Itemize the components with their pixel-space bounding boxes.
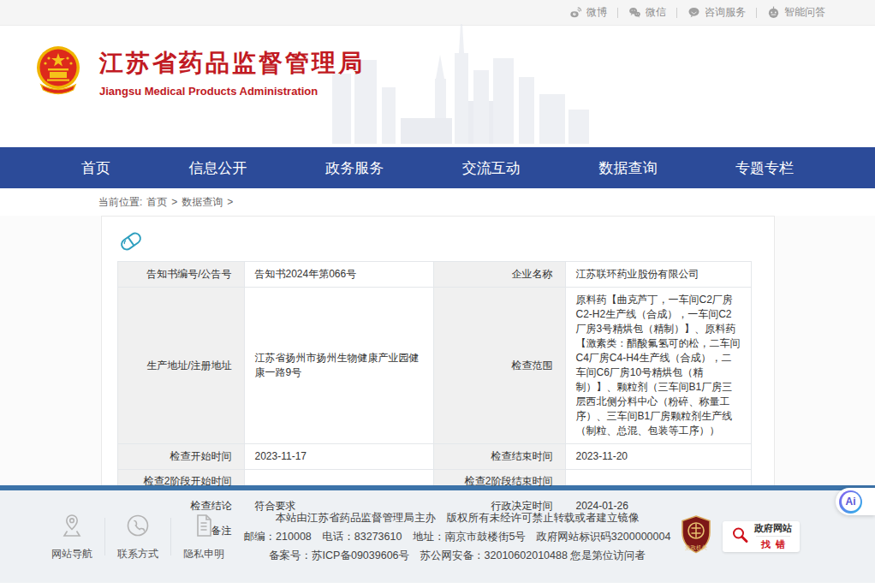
footer-link-sitemap[interactable]: 网站导航 xyxy=(39,513,104,561)
national-emblem-logo xyxy=(34,45,82,99)
topbar-item-label: 智能问答 xyxy=(784,5,825,20)
nav-item-interaction[interactable]: 交流互动 xyxy=(462,158,521,178)
footer: 网站导航 联系方式 xyxy=(0,490,875,583)
topbar-item-weibo[interactable]: 微博 xyxy=(569,5,607,20)
footer-link-label: 联系方式 xyxy=(117,547,158,561)
footer-link-privacy[interactable]: 隐私申明 xyxy=(171,513,236,561)
breadcrumb: 当前位置: 首页 > 数据查询 > xyxy=(0,188,875,216)
end-date-value: 2023-11-20 xyxy=(565,444,751,470)
site-error-badge[interactable]: 政府网站 找错 xyxy=(723,521,800,552)
footer-links: 网站导航 联系方式 xyxy=(39,513,236,561)
topbar-item-label: 咨询服务 xyxy=(705,5,746,20)
table-row: 生产地址/注册地址 江苏省扬州市扬州生物健康产业园健康一路9号 检查范围 原料药… xyxy=(117,288,751,444)
topbar-divider xyxy=(676,8,677,18)
address-value: 江苏省扬州市扬州生物健康产业园健康一路9号 xyxy=(244,288,433,444)
magnifier-icon xyxy=(730,526,749,548)
nav-item-services[interactable]: 政务服务 xyxy=(325,158,384,178)
breadcrumb-prefix: 当前位置: xyxy=(98,195,142,210)
topbar-item-wechat[interactable]: 微信 xyxy=(628,5,666,20)
page: 微博 微信 咨询服务 智能问答 xyxy=(0,0,875,588)
footer-link-label: 隐私申明 xyxy=(183,547,224,561)
ai-icon: Ai xyxy=(839,490,862,514)
topbar-item-label: 微博 xyxy=(586,5,607,20)
party-gov-badge[interactable]: 党政机关 xyxy=(678,514,714,559)
breadcrumb-separator: > xyxy=(171,196,177,208)
footer-text: 本站由江苏省药品监督管理局主办 版权所有未经许可禁止转载或者建立镜像 邮编：21… xyxy=(236,508,678,565)
site-subtitle: Jiangsu Medical Products Administration xyxy=(99,85,365,98)
topbar-item-qa[interactable]: 智能问答 xyxy=(767,5,825,20)
breadcrumb-link-data-query[interactable]: 数据查询 xyxy=(182,195,223,210)
table-row: 检查开始时间 2023-11-17 检查结束时间 2023-11-20 xyxy=(117,444,751,470)
breadcrumb-separator: > xyxy=(227,196,233,208)
main-content: 告知书编号/公告号 告知书2024年第066号 企业名称 江苏联环药业股份有限公… xyxy=(0,216,875,485)
topbar-divider xyxy=(617,8,618,18)
notice-number-label: 告知书编号/公告号 xyxy=(117,262,244,288)
footer-line-3: 备案号：苏ICP备09039606号 苏公网安备：32010602010488 … xyxy=(236,546,678,565)
site-header: 江苏省药品监督管理局 Jiangsu Medical Products Admi… xyxy=(0,26,875,147)
table-row: 告知书编号/公告号 告知书2024年第066号 企业名称 江苏联环药业股份有限公… xyxy=(117,262,751,288)
address-label: 生产地址/注册地址 xyxy=(117,288,244,444)
end-date-label: 检查结束时间 xyxy=(433,444,565,470)
topbar-item-consult[interactable]: 咨询服务 xyxy=(688,5,746,20)
scope-value: 原料药【曲克芦丁，一车间C2厂房C2-H2生产线（合成），一车间C2厂房3号精烘… xyxy=(565,288,751,444)
main-nav: 首页 信息公开 政务服务 交流互动 数据查询 专题专栏 xyxy=(0,147,875,188)
topbar-divider xyxy=(756,8,757,18)
map-pin-icon xyxy=(60,513,84,541)
footer-line-2: 邮编：210008 电话：83273610 地址：南京市鼓楼街5号 政府网站标识… xyxy=(236,527,678,546)
footer-line-1: 本站由江苏省药品监督管理局主办 版权所有未经许可禁止转载或者建立镜像 xyxy=(236,508,678,527)
topbar-item-label: 微信 xyxy=(646,5,666,20)
city-skyline-art xyxy=(332,24,589,147)
nav-item-data-query[interactable]: 数据查询 xyxy=(598,158,657,178)
phone-icon xyxy=(126,513,150,541)
wechat-icon xyxy=(628,6,641,19)
svg-text:党政机关: 党政机关 xyxy=(685,544,708,551)
brand: 江苏省药品监督管理局 Jiangsu Medical Products Admi… xyxy=(34,45,365,99)
topbar: 微博 微信 咨询服务 智能问答 xyxy=(0,0,875,26)
breadcrumb-link-home[interactable]: 首页 xyxy=(146,195,167,210)
scope-label: 检查范围 xyxy=(433,288,565,444)
document-icon xyxy=(192,513,216,541)
nav-item-topics[interactable]: 专题专栏 xyxy=(735,158,794,178)
ai-assistant-button[interactable]: Ai xyxy=(836,488,875,515)
footer-link-label: 网站导航 xyxy=(51,547,92,561)
capsule-icon xyxy=(117,228,145,258)
notice-number-value: 告知书2024年第066号 xyxy=(244,262,433,288)
company-name-value: 江苏联环药业股份有限公司 xyxy=(565,262,751,288)
error-badge-line1: 政府网站 xyxy=(754,523,792,534)
nav-item-home[interactable]: 首页 xyxy=(81,158,110,178)
chat-icon xyxy=(688,6,700,19)
company-name-label: 企业名称 xyxy=(433,262,565,288)
robot-icon xyxy=(767,6,780,19)
nav-item-info[interactable]: 信息公开 xyxy=(189,158,247,178)
footer-link-contact[interactable]: 联系方式 xyxy=(105,513,170,561)
weibo-icon xyxy=(569,6,582,19)
start-date-label: 检查开始时间 xyxy=(117,444,244,470)
start-date-value: 2023-11-17 xyxy=(244,444,433,470)
site-title: 江苏省药品监督管理局 xyxy=(99,47,365,80)
error-badge-line2: 找错 xyxy=(756,536,790,550)
footer-badges: 党政机关 政府网站 找错 xyxy=(678,514,800,559)
